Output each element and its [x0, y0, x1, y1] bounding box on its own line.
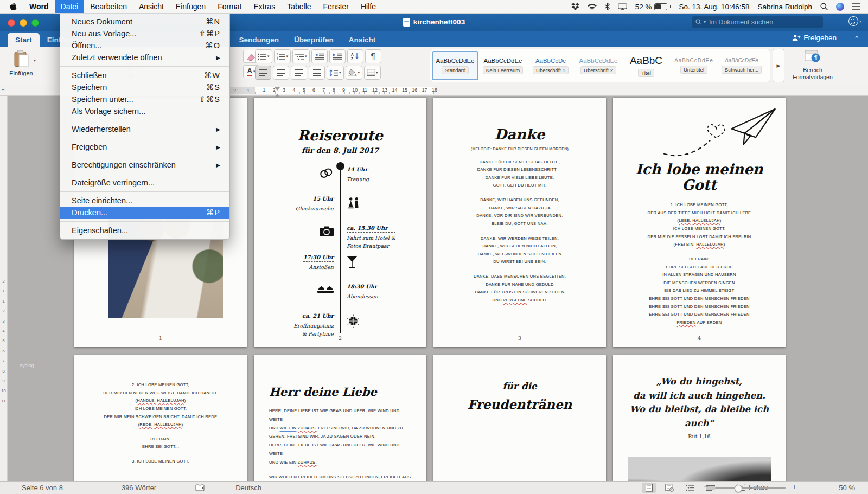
sort-button[interactable]: AZ	[347, 49, 363, 63]
feedback-smiley-button[interactable]: ▾	[848, 16, 861, 26]
menubar-item-word[interactable]: Word	[23, 0, 55, 13]
search-input[interactable]	[708, 18, 819, 27]
document-page-5[interactable]: 2. ICH LOBE MEINEN GOTT,DER MIR DEN NEUE…	[74, 355, 247, 482]
style-schwach-her[interactable]: AaBbCcDdEeSchwach her...	[718, 51, 765, 80]
menubar-item-fenster[interactable]: Fenster	[317, 0, 355, 13]
justify-button[interactable]	[309, 66, 325, 80]
style-titel[interactable]: AaBbCTitel	[623, 51, 669, 80]
zoom-window-button[interactable]	[31, 19, 39, 27]
align-center-button[interactable]	[273, 66, 289, 80]
airplay-display-icon[interactable]	[618, 3, 627, 10]
menubar-item-datei[interactable]: Datei	[55, 0, 85, 13]
shading-button[interactable]: ▾	[346, 66, 363, 80]
web-layout-view-button[interactable]	[662, 483, 676, 493]
menubar-user[interactable]: Sabrina Rudolph	[757, 3, 812, 11]
tab-selector-icon[interactable]: ⌐	[2, 87, 5, 93]
style-standard[interactable]: AaBbCcDdEeStandard	[432, 51, 478, 80]
document-search[interactable]: ▾	[692, 16, 823, 28]
verse: WIR WOLLEN FREIHEIT UM UNS SELBST ZU FIN…	[269, 473, 411, 482]
paste-button[interactable]: ▾ Einfügen	[5, 49, 37, 82]
file-menu-item-drucken[interactable]: Drucken...⌘P	[60, 207, 229, 219]
tab-start[interactable]: Start	[8, 33, 40, 47]
menubar-item-tabelle[interactable]: Tabelle	[281, 0, 317, 13]
bullets-button[interactable]: ▾	[255, 49, 272, 63]
zoom-in-button[interactable]: +	[792, 483, 796, 491]
file-menu-item-schliessen[interactable]: Schließen⌘W	[60, 69, 229, 81]
battery-indicator[interactable]: 52 %	[635, 3, 671, 11]
document-page-4[interactable]: Ich lobe meinen Gott1. ICH LOBE MEINEN G…	[613, 98, 786, 347]
menubar-item-bearbeiten[interactable]: Bearbeiten	[84, 0, 133, 13]
language-indicator[interactable]: Deutsch	[235, 484, 261, 492]
minimize-window-button[interactable]	[20, 19, 27, 27]
menu-separator	[60, 120, 229, 120]
decrease-indent-button[interactable]	[311, 49, 328, 63]
zoom-level[interactable]: 50 %	[839, 484, 855, 492]
text-line: BIS DAS LIED ZU HIMMEL STEIGT	[627, 287, 771, 295]
styles-pane-button[interactable]: ¶ Bereich Formatvorlagen	[787, 49, 839, 83]
align-left-button[interactable]	[255, 66, 271, 80]
document-page-3[interactable]: Danke(MELODIE: DANKE FÜR DIESEN GUTEN MO…	[433, 98, 606, 347]
menubar-item-format[interactable]: Format	[212, 0, 247, 13]
bluetooth-icon[interactable]	[605, 3, 610, 10]
style-untertitel[interactable]: AaBbCcDdEeUntertitel	[671, 51, 717, 80]
page-indicator[interactable]: Seite 6 von 8	[22, 484, 63, 492]
style-uberschrift-2[interactable]: AaBbCcDdEeÜberschrift 2	[575, 51, 622, 80]
file-menu-item-zuletzt-verwendete-offnen[interactable]: Zuletzt verwendete öffnen▶	[60, 52, 229, 63]
styles-more-button[interactable]: ▶	[773, 49, 784, 82]
outline-view-button[interactable]	[683, 483, 697, 493]
file-menu-item-wiederherstellen[interactable]: Wiederherstellen▶	[60, 123, 229, 135]
menubar-item-ansicht[interactable]: Ansicht	[133, 0, 170, 13]
timeline-item: 17:30 UhrAnstoßen	[272, 250, 408, 279]
menubar-item-extras[interactable]: Extras	[247, 0, 281, 13]
document-page-6[interactable]: Herr deine LiebeHERR, DEINE LIEBE IST WI…	[254, 355, 426, 482]
timeline-time: ca. 21 Uhr	[293, 313, 334, 320]
dropbox-icon[interactable]	[571, 3, 579, 10]
styles-pane-label: Bereich Formatvorlagen	[790, 67, 835, 80]
document-page-2[interactable]: Reiseroutefür den 8. Juli 201714 UhrTrau…	[254, 98, 426, 347]
zoom-slider-thumb[interactable]	[735, 485, 742, 492]
borders-button[interactable]: ▾	[364, 66, 381, 80]
share-button[interactable]: Freigeben	[792, 34, 837, 42]
menubar-item-einfugen[interactable]: Einfügen	[170, 0, 212, 13]
tab-uberprufen[interactable]: Überprüfen	[286, 33, 341, 47]
print-layout-view-button[interactable]	[642, 483, 656, 493]
word-count[interactable]: 396 Wörter	[122, 484, 156, 492]
line-spacing-button[interactable]: ▾	[327, 66, 344, 80]
siri-icon[interactable]	[836, 3, 844, 11]
file-menu-item-neues-dokument[interactable]: Neues Dokument⌘N	[60, 16, 229, 28]
spotlight-icon[interactable]	[820, 3, 828, 10]
file-menu-item-dateigrosse-verringern[interactable]: Dateigröße verringern...	[60, 177, 229, 189]
style-uberschrift-1[interactable]: AaBbCcDcÜberschrift 1	[527, 51, 574, 80]
notification-center-icon[interactable]	[852, 3, 860, 10]
tab-ansicht[interactable]: Ansicht	[341, 33, 384, 47]
zoom-slider[interactable]	[715, 487, 786, 489]
numbering-button[interactable]: 123▾	[274, 49, 291, 63]
text-line: DANKE FÜR DIESEN LEBENSSCHRITT —	[448, 166, 592, 174]
file-menu-item-speichern-unter[interactable]: Speichern unter...⇧⌘S	[60, 93, 229, 105]
file-menu-item-als-vorlage-sichern[interactable]: Als Vorlage sichern...	[60, 105, 229, 117]
file-menu-item-berechtigungen-einschranken[interactable]: Berechtigungen einschränken▶	[60, 159, 229, 171]
spelling-status-icon[interactable]	[195, 484, 205, 492]
file-menu-item-offnen[interactable]: Öffnen...⌘O	[60, 40, 229, 52]
file-menu-item-freigeben[interactable]: Freigeben▶	[60, 141, 229, 153]
document-page-7[interactable]: für dieFreudentränen	[433, 355, 606, 482]
style-kein-leerraum[interactable]: AaBbCcDdEeKein Leerraum	[480, 51, 526, 80]
menubar-item-hilfe[interactable]: Hilfe	[355, 0, 382, 13]
align-right-button[interactable]	[291, 66, 307, 80]
document-page-8[interactable]: „Wo du hingehst,da will ich auch hingehe…	[613, 355, 786, 482]
tab-sendungen[interactable]: Sendungen	[232, 33, 287, 47]
file-menu-item-speichern[interactable]: Speichern⌘S	[60, 81, 229, 93]
apple-menu[interactable]	[0, 3, 23, 11]
zoom-out-button[interactable]: −	[704, 482, 709, 491]
file-menu-item-eigenschaften[interactable]: Eigenschaften...	[60, 224, 229, 236]
file-menu-item-seite-einrichten[interactable]: Seite einrichten...	[60, 195, 229, 207]
search-scope-caret[interactable]: ▾	[704, 20, 706, 24]
increase-indent-button[interactable]	[329, 49, 346, 63]
collapse-ribbon-button[interactable]: ⌃	[854, 35, 859, 41]
show-paragraph-marks-button[interactable]: ¶	[365, 49, 381, 63]
wifi-icon[interactable]	[588, 3, 597, 10]
menubar-clock[interactable]: So. 13. Aug. 10:46:58	[679, 3, 750, 11]
close-window-button[interactable]	[8, 19, 15, 27]
multilevel-list-button[interactable]: ▾	[292, 49, 310, 63]
file-menu-item-neu-aus-vorlage[interactable]: Neu aus Vorlage...⇧⌘P	[60, 28, 229, 40]
